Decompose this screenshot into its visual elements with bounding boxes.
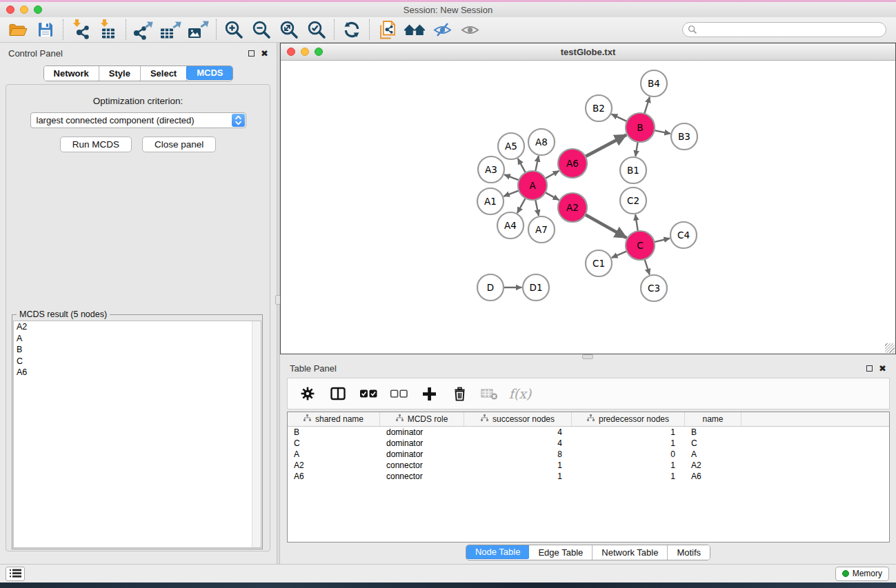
mcds-result-list[interactable]: A2ABCA6 xyxy=(13,321,261,548)
task-history-button[interactable] xyxy=(6,567,25,581)
edge-A-A1[interactable] xyxy=(504,190,519,196)
edge-C-C1[interactable] xyxy=(612,251,627,257)
mcds-result-item[interactable]: A2 xyxy=(14,321,261,333)
optimization-criterion-select[interactable]: largest connected component (directed) xyxy=(30,112,246,128)
close-panel-button[interactable]: Close panel xyxy=(142,136,216,152)
edge-C-C4[interactable] xyxy=(654,239,670,242)
cell-predecessor-nodes[interactable]: 1 xyxy=(572,427,685,438)
column-header-successor-nodes[interactable]: successor nodes xyxy=(464,412,572,426)
edge-A-A5[interactable] xyxy=(518,159,526,173)
cell-shared-name[interactable]: A xyxy=(288,449,380,460)
cell-shared-name[interactable]: C xyxy=(288,438,380,449)
edge-C-C2[interactable] xyxy=(635,214,638,231)
edge-A6-B[interactable] xyxy=(586,135,627,157)
add-column-icon[interactable] xyxy=(417,382,441,405)
export-table-icon[interactable] xyxy=(157,19,185,41)
cell-predecessor-nodes[interactable]: 0 xyxy=(572,449,685,460)
import-table-icon[interactable] xyxy=(94,19,122,41)
cell-MCDS-role[interactable]: connector xyxy=(380,460,464,471)
tab-style[interactable]: Style xyxy=(99,66,141,81)
export-image-icon[interactable] xyxy=(185,19,212,41)
tab-network-table[interactable]: Network Table xyxy=(593,545,668,560)
edge-A-A8[interactable] xyxy=(535,156,539,171)
edge-B-B2[interactable] xyxy=(612,114,627,121)
hide-graphics-icon[interactable] xyxy=(428,19,456,41)
zoom-fit-icon[interactable] xyxy=(275,19,303,41)
home-icon[interactable] xyxy=(401,19,428,41)
settings-icon[interactable] xyxy=(296,382,319,405)
import-network-icon[interactable] xyxy=(67,19,94,41)
search-input[interactable] xyxy=(682,22,886,37)
save-session-icon[interactable] xyxy=(32,19,59,41)
mcds-result-item[interactable]: A6 xyxy=(14,367,261,378)
cell-predecessor-nodes[interactable]: 1 xyxy=(572,460,685,471)
cell-predecessor-nodes[interactable]: 1 xyxy=(572,471,685,482)
result-list-scrollbar[interactable] xyxy=(252,321,261,547)
cell-name[interactable]: A6 xyxy=(685,471,741,482)
cell-successor-nodes[interactable]: 1 xyxy=(464,460,572,471)
edge-C-C3[interactable] xyxy=(644,259,649,275)
cell-successor-nodes[interactable]: 4 xyxy=(464,438,572,449)
edge-B-B3[interactable] xyxy=(655,130,670,134)
function-builder-icon[interactable]: f(x) xyxy=(508,382,532,405)
split-view-icon[interactable] xyxy=(326,382,350,405)
column-header-predecessor-nodes[interactable]: predecessor nodes xyxy=(572,412,685,426)
edge-A-A2[interactable] xyxy=(545,192,559,200)
open-session-icon[interactable] xyxy=(4,19,32,41)
mcds-result-item[interactable]: A xyxy=(14,333,261,345)
table-row[interactable]: A2connector11A2 xyxy=(288,460,889,471)
cell-predecessor-nodes[interactable]: 1 xyxy=(572,438,685,449)
tab-select[interactable]: Select xyxy=(141,66,187,81)
cell-successor-nodes[interactable]: 8 xyxy=(464,449,572,460)
mcds-result-item[interactable]: B xyxy=(14,344,261,356)
close-panel-icon[interactable]: ✖ xyxy=(879,365,886,372)
zoom-out-icon[interactable] xyxy=(248,19,275,41)
splitter-grip[interactable] xyxy=(582,354,593,359)
cell-MCDS-role[interactable]: dominator xyxy=(380,449,464,460)
tab-edge-table[interactable]: Edge Table xyxy=(529,545,593,560)
cell-shared-name[interactable]: B xyxy=(288,427,380,438)
show-graphics-icon[interactable] xyxy=(456,19,484,41)
deselect-all-icon[interactable] xyxy=(387,382,410,405)
table-row[interactable]: Adominator80A xyxy=(288,449,889,460)
edge-A-A3[interactable] xyxy=(504,174,519,180)
cell-MCDS-role[interactable]: dominator xyxy=(380,438,464,449)
cell-successor-nodes[interactable]: 4 xyxy=(464,427,572,438)
cell-name[interactable]: A2 xyxy=(685,460,741,471)
column-header-MCDS-role[interactable]: MCDS role xyxy=(380,412,464,426)
edge-A-A7[interactable] xyxy=(535,200,539,216)
edge-A-A4[interactable] xyxy=(517,198,526,213)
cell-name[interactable]: B xyxy=(685,427,741,438)
cell-shared-name[interactable]: A2 xyxy=(288,460,380,471)
close-panel-icon[interactable]: ✖ xyxy=(261,50,268,57)
edge-A-A6[interactable] xyxy=(545,171,559,179)
zoom-in-icon[interactable] xyxy=(220,19,248,41)
cell-successor-nodes[interactable]: 1 xyxy=(464,471,572,482)
node-table[interactable]: shared nameMCDS rolesuccessor nodesprede… xyxy=(287,412,890,543)
column-header-name[interactable]: name xyxy=(685,412,741,426)
cell-MCDS-role[interactable]: connector xyxy=(380,471,464,482)
column-header-shared-name[interactable]: shared name xyxy=(288,412,380,426)
cell-MCDS-role[interactable]: dominator xyxy=(380,427,464,438)
cell-shared-name[interactable]: A6 xyxy=(288,471,380,482)
tab-mcds[interactable]: MCDS xyxy=(186,65,233,80)
edge-B-B4[interactable] xyxy=(644,97,650,114)
window-resize-grip[interactable] xyxy=(885,343,895,353)
tab-motifs[interactable]: Motifs xyxy=(668,545,710,560)
float-panel-icon[interactable] xyxy=(866,365,873,372)
export-network-icon[interactable] xyxy=(130,19,157,41)
refresh-icon[interactable] xyxy=(338,19,366,41)
memory-button[interactable]: Memory xyxy=(835,567,889,581)
network-window-titlebar[interactable]: testGlobe.txt xyxy=(281,43,895,61)
delete-table-icon[interactable] xyxy=(478,382,501,405)
mcds-result-item[interactable]: C xyxy=(14,356,261,367)
tab-node-table[interactable]: Node Table xyxy=(466,545,530,559)
edge-B-B1[interactable] xyxy=(635,142,637,156)
network-canvas[interactable]: AA1A2A3A4A5A6A7A8BB1B2B3B4CC1C2C3C4DD1 xyxy=(281,61,895,354)
float-panel-icon[interactable] xyxy=(248,50,255,57)
zoom-selected-icon[interactable] xyxy=(303,19,330,41)
cell-name[interactable]: A xyxy=(685,449,741,460)
clone-network-icon[interactable] xyxy=(373,19,401,41)
table-row[interactable]: A6connector11A6 xyxy=(288,471,889,482)
network-graph[interactable]: AA1A2A3A4A5A6A7A8BB1B2B3B4CC1C2C3C4DD1 xyxy=(281,61,895,354)
